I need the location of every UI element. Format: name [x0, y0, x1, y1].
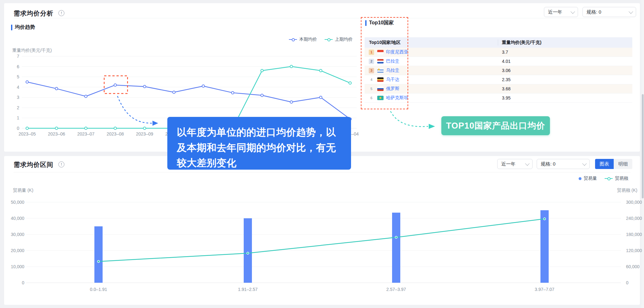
svg-text:0: 0	[626, 280, 629, 285]
chart-view-button[interactable]: 图表	[595, 159, 614, 169]
chevron-down-icon	[570, 9, 575, 14]
country-link[interactable]: 哈萨克斯坦	[386, 95, 408, 101]
avg-price-value: 3.06	[502, 68, 510, 73]
country-flag-icon	[377, 50, 384, 54]
svg-text:300,000: 300,000	[626, 200, 642, 205]
svg-text:3: 3	[17, 95, 19, 100]
chart-detail-toggle: 图表 明细	[595, 159, 632, 169]
country-flag-icon	[377, 59, 384, 63]
svg-text:1: 1	[17, 115, 19, 120]
country-flag-icon	[377, 96, 384, 100]
header-divider	[14, 18, 630, 18]
period-select-value: 近一年	[548, 9, 562, 15]
svg-text:2023–08: 2023–08	[107, 131, 124, 136]
trend-chart-legend: 本期均价 上期均价	[289, 37, 353, 42]
svg-text:2023–05: 2023–05	[19, 131, 36, 136]
country-link[interactable]: 俄罗斯	[386, 86, 399, 92]
col-price-header: 重量均价(美元/千克)	[502, 40, 541, 45]
spec-select-value: 规格: 0	[587, 9, 601, 15]
svg-text:贸易量 (K): 贸易量 (K)	[13, 188, 33, 193]
range-chart-legend: 贸易量 贸易额	[579, 176, 628, 181]
col-country-header: Top10国家/地区	[365, 40, 401, 45]
chevron-down-icon	[525, 161, 529, 166]
svg-text:2023–07: 2023–07	[77, 131, 95, 136]
country-link[interactable]: 乌拉圭	[386, 68, 399, 73]
svg-text:3.97–7.07: 3.97–7.07	[535, 287, 554, 292]
top10-countries-table: Top10国家/地区 重量均价(美元/千克) 1印度尼西亚3.72巴拉圭4.01…	[365, 37, 632, 103]
subtitle-accent-bar	[11, 25, 12, 30]
svg-text:贸易额 (K): 贸易额 (K)	[617, 188, 637, 193]
scrollbar-thumb[interactable]	[642, 94, 644, 198]
section1-title: 需求均价分析	[14, 9, 53, 18]
country-flag-icon	[377, 68, 384, 73]
legend-item-previous[interactable]: 上期均价	[325, 37, 353, 42]
table-row: 6哈萨克斯坦3.95	[365, 94, 632, 103]
period-select[interactable]: 近一年	[544, 7, 578, 17]
avg-price-value: 4.01	[502, 59, 510, 64]
spec-select-2[interactable]: 规格: 0	[537, 159, 590, 169]
table-row: 4乌干达2.35	[365, 75, 632, 84]
info-icon[interactable]: !	[58, 161, 64, 167]
svg-text:30,000: 30,000	[11, 232, 24, 237]
price-range-bar-line-chart: 贸易量 (K)贸易额 (K)010,00020,00030,00040,0005…	[8, 185, 642, 297]
avg-price-value: 3.7	[502, 50, 508, 55]
green-annotation-note: TOP10国家产品出口均价	[441, 116, 550, 135]
spec-select[interactable]: 规格: 0	[582, 7, 636, 17]
table-row: 5俄罗斯3.68	[365, 84, 632, 94]
svg-text:1.91–2.57: 1.91–2.57	[238, 287, 258, 292]
line-marker-icon	[289, 39, 297, 40]
svg-text:0.0–1.91: 0.0–1.91	[90, 287, 107, 292]
rank-badge: 4	[369, 77, 374, 82]
line-marker-icon	[605, 178, 613, 179]
svg-text:40,000: 40,000	[11, 216, 24, 221]
table-header-row: Top10国家/地区 重量均价(美元/千克)	[365, 37, 632, 48]
dot-marker-icon	[579, 177, 581, 180]
spec-select-2-value: 规格: 0	[541, 161, 556, 167]
info-icon[interactable]: !	[58, 10, 64, 16]
svg-text:2: 2	[17, 105, 19, 110]
rank-badge: 5	[369, 86, 374, 92]
svg-text:10,000: 10,000	[11, 264, 24, 269]
svg-text:4: 4	[17, 85, 19, 90]
period-select-2[interactable]: 近一年	[497, 159, 533, 169]
table-row: 1印度尼西亚3.7	[365, 48, 632, 57]
legend-item-current[interactable]: 本期均价	[289, 37, 317, 42]
svg-text:180,000: 180,000	[626, 232, 642, 237]
avg-price-value: 2.35	[502, 77, 510, 82]
section2-title: 需求均价区间	[14, 160, 53, 169]
svg-text:2023–09: 2023–09	[136, 131, 153, 136]
column-divider	[498, 39, 498, 45]
svg-text:0: 0	[17, 126, 19, 131]
country-link[interactable]: 印度尼西亚	[386, 49, 408, 55]
svg-text:50,000: 50,000	[11, 200, 24, 205]
rank-badge: 3	[369, 68, 374, 73]
svg-text:6: 6	[17, 64, 19, 69]
header-divider	[14, 172, 630, 172]
table-row: 2巴拉圭4.01	[365, 57, 632, 66]
line-marker-icon	[325, 39, 333, 40]
detail-view-button[interactable]: 明细	[614, 159, 632, 169]
svg-text:2.57–3.97: 2.57–3.97	[386, 287, 406, 292]
country-flag-icon	[377, 87, 384, 91]
svg-text:0: 0	[22, 280, 24, 285]
svg-text:120,000: 120,000	[626, 248, 642, 253]
rank-badge: 1	[369, 50, 374, 55]
chevron-down-icon	[582, 161, 587, 166]
country-link[interactable]: 巴拉圭	[386, 58, 399, 64]
legend-item-trade-value[interactable]: 贸易额	[605, 176, 628, 181]
country-link[interactable]: 乌干达	[386, 77, 399, 82]
chevron-down-icon	[629, 9, 633, 14]
country-flag-icon	[377, 77, 384, 82]
svg-text:2023–06: 2023–06	[48, 131, 65, 136]
avg-price-value: 3.68	[502, 86, 510, 91]
legend-item-trade-volume[interactable]: 贸易量	[579, 176, 597, 181]
subtitle-accent-bar	[365, 20, 367, 26]
table-row: 3乌拉圭3.06	[365, 66, 632, 75]
svg-text:7: 7	[17, 54, 19, 59]
svg-text:20,000: 20,000	[11, 248, 24, 253]
rank-badge: 6	[369, 95, 374, 101]
svg-text:240,000: 240,000	[626, 216, 642, 221]
svg-text:60,000: 60,000	[626, 264, 640, 269]
trend-subtitle: 均价趋势	[11, 24, 35, 31]
svg-text:重量均价(美元/千克): 重量均价(美元/千克)	[12, 48, 52, 53]
